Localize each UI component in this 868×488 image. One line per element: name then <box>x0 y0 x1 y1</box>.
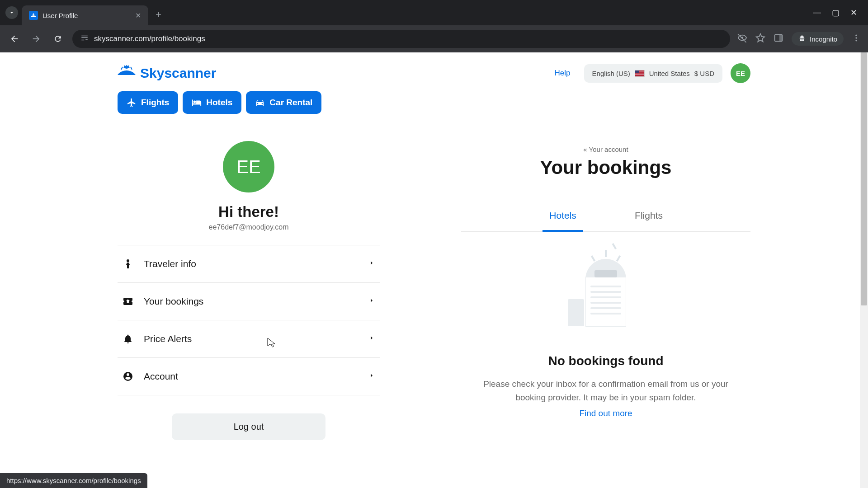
empty-illustration-icon <box>567 259 644 336</box>
brand-logo[interactable]: Skyscanner <box>118 65 216 82</box>
chevron-right-icon <box>368 334 375 343</box>
nav-carrental-label: Car Rental <box>269 98 312 108</box>
bed-icon <box>192 98 202 108</box>
menu-account[interactable]: Account <box>118 358 380 395</box>
url-field[interactable]: skyscanner.com/profile/bookings <box>72 30 730 48</box>
menu-your-bookings[interactable]: Your bookings <box>118 283 380 320</box>
tab-close-icon[interactable]: ✕ <box>135 11 141 20</box>
tab-flights[interactable]: Flights <box>628 201 669 231</box>
status-bar: https://www.skyscanner.com/profile/booki… <box>0 473 147 488</box>
header-avatar[interactable]: EE <box>731 63 750 83</box>
bookmark-star-icon[interactable] <box>755 33 765 45</box>
nav-flights[interactable]: Flights <box>118 91 178 114</box>
profile-menu: Traveler info Your bookings <box>118 245 380 395</box>
scrollbar-track[interactable] <box>860 52 868 488</box>
incognito-badge[interactable]: Incognito <box>792 32 844 46</box>
tab-title: User Profile <box>42 12 131 19</box>
eye-off-icon[interactable] <box>737 33 747 45</box>
breadcrumb[interactable]: « Your account <box>461 145 750 153</box>
flag-us-icon <box>635 70 645 77</box>
minimize-icon[interactable]: — <box>813 8 821 18</box>
svg-point-4 <box>855 40 857 41</box>
nav-hotels-label: Hotels <box>206 98 232 108</box>
page-title: Your bookings <box>461 157 750 178</box>
empty-title: No bookings found <box>470 354 741 368</box>
help-link[interactable]: Help <box>549 65 576 81</box>
profile-email: ee76def7@moodjoy.com <box>118 223 380 231</box>
menu-bookings-label: Your bookings <box>144 296 358 307</box>
page-viewport: Skyscanner Help English (US) United Stat… <box>0 52 868 488</box>
empty-state: No bookings found Please check your inbo… <box>470 259 741 418</box>
logout-button[interactable]: Log out <box>172 413 326 440</box>
profile-greeting: Hi there! <box>118 203 380 221</box>
chevron-right-icon <box>368 372 375 381</box>
locale-language: English (US) <box>592 70 630 77</box>
menu-traveler-label: Traveler info <box>144 258 358 269</box>
new-tab-button[interactable]: + <box>152 9 165 20</box>
ticket-icon <box>122 296 134 307</box>
bell-icon <box>122 333 134 345</box>
tab-bar: User Profile ✕ + — ▢ ✕ <box>0 0 868 25</box>
svg-point-3 <box>855 37 857 38</box>
plane-icon <box>127 98 137 108</box>
chevron-right-icon <box>368 297 375 306</box>
back-button[interactable] <box>7 32 22 46</box>
close-window-icon[interactable]: ✕ <box>850 8 857 18</box>
url-text: skyscanner.com/profile/bookings <box>94 34 205 43</box>
chevron-right-icon <box>368 259 375 268</box>
menu-traveler-info[interactable]: Traveler info <box>118 245 380 283</box>
svg-point-2 <box>855 35 857 36</box>
nav-hotels[interactable]: Hotels <box>183 91 241 114</box>
profile-avatar: EE <box>223 141 274 192</box>
side-panel-icon[interactable] <box>774 33 783 45</box>
brand-name: Skyscanner <box>140 66 216 81</box>
empty-text: Please check your inbox for a confirmati… <box>470 377 741 405</box>
browser-tab[interactable]: User Profile ✕ <box>22 5 148 25</box>
menu-account-label: Account <box>144 371 358 382</box>
address-bar: skyscanner.com/profile/bookings Incognit… <box>0 25 868 52</box>
tab-favicon-icon <box>29 11 38 20</box>
brand-logo-icon <box>118 65 136 82</box>
svg-rect-1 <box>779 35 782 42</box>
bookings-tabs: Hotels Flights <box>461 201 750 232</box>
maximize-icon[interactable]: ▢ <box>832 8 840 18</box>
profile-sidebar: EE Hi there! ee76def7@moodjoy.com Travel… <box>118 141 380 440</box>
menu-alerts-label: Price Alerts <box>144 333 358 344</box>
browser-chrome: User Profile ✕ + — ▢ ✕ skyscanner.com/pr… <box>0 0 868 52</box>
site-settings-icon[interactable] <box>80 34 89 44</box>
tab-hotels[interactable]: Hotels <box>542 201 583 232</box>
tab-search-dropdown[interactable] <box>5 6 18 19</box>
forward-button[interactable] <box>29 32 43 46</box>
find-out-more-link[interactable]: Find out more <box>579 408 632 418</box>
kebab-menu-icon[interactable] <box>852 33 861 44</box>
locale-selector[interactable]: English (US) United States $ USD <box>584 64 722 83</box>
menu-price-alerts[interactable]: Price Alerts <box>118 320 380 358</box>
locale-currency: $ USD <box>694 70 714 77</box>
person-icon <box>122 258 134 270</box>
nav-flights-label: Flights <box>141 98 169 108</box>
window-controls: — ▢ ✕ <box>813 8 863 18</box>
nav-carrental[interactable]: Car Rental <box>246 91 321 114</box>
profile-block: EE Hi there! ee76def7@moodjoy.com <box>118 141 380 231</box>
address-bar-icons: Incognito <box>737 32 861 46</box>
car-icon <box>255 98 265 108</box>
scrollbar-thumb[interactable] <box>861 52 867 305</box>
site-header: Skyscanner Help English (US) United Stat… <box>118 63 750 83</box>
account-circle-icon <box>122 371 134 382</box>
bookings-main: « Your account Your bookings Hotels Flig… <box>461 141 750 418</box>
reload-button[interactable] <box>51 32 65 46</box>
incognito-label: Incognito <box>810 35 837 43</box>
product-nav: Flights Hotels Car Rental <box>118 91 750 114</box>
locale-country: United States <box>649 70 690 77</box>
